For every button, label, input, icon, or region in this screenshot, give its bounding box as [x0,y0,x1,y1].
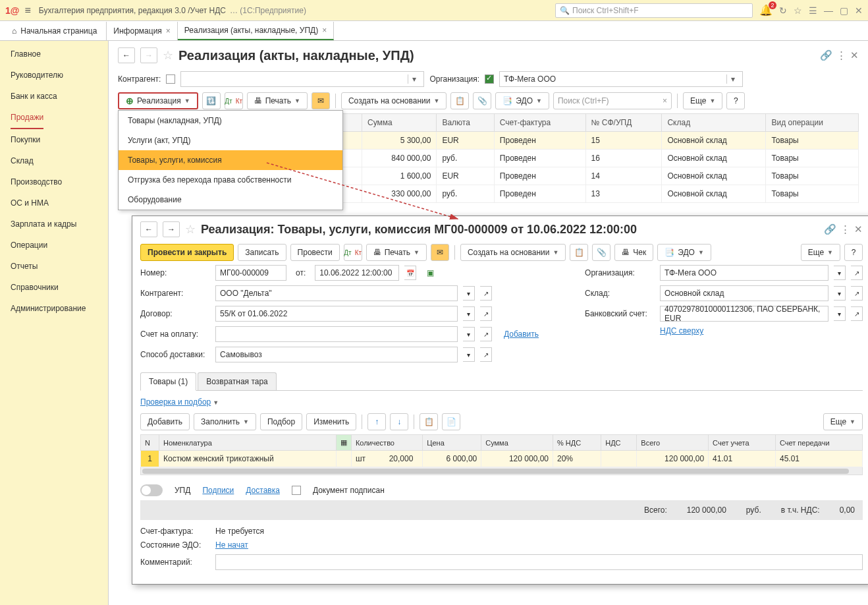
tab-goods[interactable]: Товары (1) [140,372,196,391]
nav-forward-button[interactable]: → [140,47,157,63]
open-icon[interactable]: ↗ [480,347,492,362]
number-input[interactable]: МГ00-000009 [215,265,286,281]
copy-row-button[interactable]: 📋 [420,413,438,430]
mail-button[interactable]: ✉ [312,92,330,109]
fill-button[interactable]: Заполнить▼ [194,413,256,430]
sidebar-item-purchases[interactable]: Покупки [0,129,108,150]
close-icon[interactable]: × [322,26,327,35]
check-button[interactable]: 🖶Чек [614,244,653,261]
global-search-input[interactable]: 🔍 Поиск Ctrl+Shift+F [555,3,753,18]
dropdown-icon[interactable]: ▾ [834,306,846,321]
more-button[interactable]: Еще▼ [683,92,722,109]
dropdown-item-goods-services-commission[interactable]: Товары, услуги, комиссия [119,150,342,170]
sidebar-item-refs[interactable]: Справочники [0,277,108,298]
close-window-icon[interactable]: ✕ [855,5,863,16]
dropdown-icon[interactable]: ▾ [463,286,475,301]
copy-button[interactable]: 📋 [450,92,469,109]
signs-link[interactable]: Подписи [202,486,234,495]
delivery-link[interactable]: Доставка [246,486,280,495]
org-input[interactable]: ТФ-Мега ООО [660,265,828,281]
org-checkbox[interactable] [485,74,494,84]
sidebar-item-payroll[interactable]: Зарплата и кадры [0,214,108,235]
maximize-icon[interactable]: ▢ [840,5,848,16]
doc-link-icon[interactable]: 🔗 [824,223,836,235]
close-page-icon[interactable]: ✕ [850,49,859,61]
sidebar-item-operations[interactable]: Операции [0,235,108,256]
refresh-button[interactable]: 🔃 [202,92,221,109]
bank-input[interactable]: 40702978010000112306, ПАО СБЕРБАНК, EUR [660,306,828,322]
doc-create-based-button[interactable]: Создать на основании▼ [460,244,566,261]
org-combo[interactable]: ТФ-Мега ООО▾ [499,71,743,87]
help-button[interactable]: ? [726,92,745,109]
doc-nav-forward[interactable]: → [163,221,180,237]
open-icon[interactable]: ↗ [851,286,863,301]
print-button[interactable]: 🖶Печать▼ [247,92,308,109]
menu-icon[interactable]: ☰ [809,5,817,16]
doc-star-icon[interactable]: ☆ [185,222,196,237]
favorite-star-icon[interactable]: ☆ [163,48,173,63]
counterparty-checkbox[interactable] [166,74,175,84]
move-down-button[interactable]: ↓ [390,413,408,430]
favorite-icon[interactable]: ☆ [794,5,802,16]
dropdown-icon[interactable]: ▾ [463,347,475,362]
kebab-icon[interactable]: ⋮ [836,49,846,61]
history-icon[interactable]: ↻ [779,5,787,16]
counterparty-input[interactable]: ООО "Дельта" [215,285,458,301]
open-icon[interactable]: ↗ [851,306,863,321]
add-link[interactable]: Добавить [504,330,539,339]
doc-attach-button[interactable]: 📎 [592,244,610,261]
horizontal-scrollbar[interactable] [140,467,863,475]
doc-edo-button[interactable]: 📑ЭДО▼ [657,244,711,261]
open-icon[interactable]: ↗ [851,266,863,280]
upd-toggle[interactable] [140,484,163,496]
sidebar-item-os-nma[interactable]: ОС и НМА [0,192,108,214]
sidebar-item-main[interactable]: Главное [0,43,108,65]
sidebar-item-sales[interactable]: Продажи [11,107,43,129]
comment-input[interactable] [215,554,863,570]
sidebar-item-warehouse[interactable]: Склад [0,150,108,171]
add-item-button[interactable]: Добавить [140,413,190,430]
dropdown-icon[interactable]: ▾ [463,306,475,321]
open-icon[interactable]: ↗ [480,306,492,321]
dropdown-item-no-ownership[interactable]: Отгрузка без перехода права собственност… [119,170,342,190]
doc-print-button[interactable]: 🖶Печать▼ [366,244,427,261]
post-close-button[interactable]: Провести и закрыть [140,244,234,261]
warehouse-input[interactable]: Основной склад [660,285,828,301]
date-input[interactable]: 10.06.2022 12:00:00 [315,265,399,281]
dropdown-item-goods[interactable]: Товары (накладная, УПД) [119,111,342,130]
sidebar-item-production[interactable]: Производство [0,171,108,192]
dropdown-item-equipment[interactable]: Оборудование [119,190,342,210]
change-button[interactable]: Изменить [306,413,356,430]
sidebar-item-manager[interactable]: Руководителю [0,65,108,86]
doc-dtkt-button[interactable]: ДтКт [344,244,362,261]
move-up-button[interactable]: ↑ [367,413,386,430]
doc-nav-back[interactable]: ← [140,221,157,237]
invoice-for-input[interactable] [215,326,458,342]
dtkt-button[interactable]: ДтКт [225,92,243,109]
doc-kebab-icon[interactable]: ⋮ [840,223,850,235]
signed-checkbox[interactable] [292,486,301,495]
calendar-icon[interactable]: 📅 [404,266,416,280]
item-table[interactable]: N Номенклатура ▦ Количество Цена Сумма %… [140,434,863,467]
item-more-button[interactable]: Еще▼ [823,413,863,430]
sidebar-item-bank[interactable]: Банк и касса [0,86,108,107]
dropdown-icon[interactable]: ▾ [463,327,475,341]
open-icon[interactable]: ↗ [480,286,492,301]
list-search-input[interactable]: Поиск (Ctrl+F)× [553,92,672,109]
paste-row-button[interactable]: 📄 [442,413,460,430]
check-pick-link[interactable]: Проверка и подбор [140,397,211,407]
item-row[interactable]: 1 Костюм женский трикотажный 20,000 шт 6… [141,451,863,467]
contract-input[interactable]: 55/К от 01.06.2022 [215,306,458,322]
burger-icon[interactable]: ≡ [24,5,30,16]
tab-packaging[interactable]: Возвратная тара [198,372,277,390]
realization-button[interactable]: ⊕ Реализация ▼ [118,92,198,109]
edo-state-link[interactable]: Не начат [215,540,248,550]
post-button[interactable]: Провести [290,244,340,261]
delivery-input[interactable]: Самовывоз [215,347,458,362]
doc-help-button[interactable]: ? [844,244,863,261]
tab-information[interactable]: Информация × [107,22,178,40]
notifications-icon[interactable]: 🔔2 [759,4,773,16]
doc-mail-button[interactable]: ✉ [431,244,449,261]
open-icon[interactable]: ↗ [480,327,492,341]
close-icon[interactable]: × [166,26,171,36]
